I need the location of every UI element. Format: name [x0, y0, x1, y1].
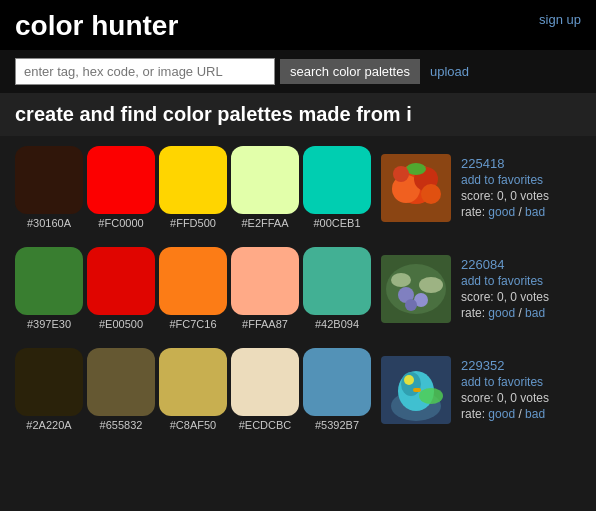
add-to-favorites-link[interactable]: add to favorites [461, 375, 551, 389]
swatch-label: #FC0000 [98, 217, 143, 229]
score-text: score: 0, 0 votes [461, 290, 551, 304]
add-to-favorites-link[interactable]: add to favorites [461, 173, 551, 187]
color-swatch[interactable] [159, 247, 227, 315]
swatch-label: #2A220A [26, 419, 71, 431]
palette-id-link[interactable]: 226084 [461, 257, 551, 272]
swatch-wrap: #ECDCBC [231, 348, 299, 431]
svg-point-19 [419, 388, 443, 404]
swatch-label: #5392B7 [315, 419, 359, 431]
upload-link[interactable]: upload [430, 64, 469, 79]
rate-row: rate: good / bad [461, 306, 551, 320]
svg-point-12 [419, 277, 443, 293]
swatch-wrap: #FFAA87 [231, 247, 299, 330]
sign-in-link[interactable]: sign up [539, 12, 581, 27]
swatch-label: #42B094 [315, 318, 359, 330]
palette-thumbnail[interactable] [381, 154, 451, 222]
color-swatch[interactable] [231, 247, 299, 315]
header: color hunter sign up [0, 0, 596, 50]
swatch-label: #C8AF50 [170, 419, 216, 431]
palette-info: 225418add to favoritesscore: 0, 0 votesr… [461, 156, 551, 219]
color-swatch[interactable] [231, 146, 299, 214]
good-link[interactable]: good [488, 306, 515, 320]
svg-point-13 [391, 273, 411, 287]
color-swatch[interactable] [303, 348, 371, 416]
bad-link[interactable]: bad [525, 306, 545, 320]
palette-id-link[interactable]: 229352 [461, 358, 551, 373]
palettes-container: #30160A#FC0000#FFD500#E2FFAA#00CEB1 2254… [0, 136, 596, 459]
swatch-label: #FFAA87 [242, 318, 288, 330]
swatch-label: #655832 [100, 419, 143, 431]
swatches: #30160A#FC0000#FFD500#E2FFAA#00CEB1 [15, 146, 371, 229]
logo: color hunter [15, 10, 178, 42]
rate-row: rate: good / bad [461, 407, 551, 421]
tagline: create and find color palettes made from… [0, 93, 596, 136]
swatch-label: #ECDCBC [239, 419, 292, 431]
palette-info: 226084add to favoritesscore: 0, 0 votesr… [461, 257, 551, 320]
color-swatch[interactable] [159, 348, 227, 416]
color-swatch[interactable] [159, 146, 227, 214]
swatches: #397E30#E00500#FC7C16#FFAA87#42B094 [15, 247, 371, 330]
swatch-wrap: #FC0000 [87, 146, 155, 229]
bad-link[interactable]: bad [525, 407, 545, 421]
color-swatch[interactable] [15, 247, 83, 315]
palette-thumbnail[interactable] [381, 356, 451, 424]
rate-row: rate: good / bad [461, 205, 551, 219]
palette-row: #397E30#E00500#FC7C16#FFAA87#42B094 2260… [15, 247, 581, 330]
swatch-label: #30160A [27, 217, 71, 229]
swatch-label: #397E30 [27, 318, 71, 330]
palette-id-link[interactable]: 225418 [461, 156, 551, 171]
swatch-wrap: #00CEB1 [303, 146, 371, 229]
svg-point-5 [393, 166, 409, 182]
swatch-label: #00CEB1 [313, 217, 360, 229]
svg-point-18 [404, 375, 414, 385]
score-text: score: 0, 0 votes [461, 189, 551, 203]
search-bar: search color palettes upload [0, 50, 596, 93]
swatch-wrap: #42B094 [303, 247, 371, 330]
swatch-label: #E2FFAA [241, 217, 288, 229]
color-swatch[interactable] [87, 247, 155, 315]
swatch-label: #E00500 [99, 318, 143, 330]
color-swatch[interactable] [87, 146, 155, 214]
add-to-favorites-link[interactable]: add to favorites [461, 274, 551, 288]
palette-info: 229352add to favoritesscore: 0, 0 votesr… [461, 358, 551, 421]
search-input[interactable] [15, 58, 275, 85]
palette-row: #30160A#FC0000#FFD500#E2FFAA#00CEB1 2254… [15, 146, 581, 229]
score-text: score: 0, 0 votes [461, 391, 551, 405]
swatch-wrap: #C8AF50 [159, 348, 227, 431]
swatch-wrap: #FC7C16 [159, 247, 227, 330]
svg-point-6 [421, 184, 441, 204]
good-link[interactable]: good [488, 407, 515, 421]
bad-link[interactable]: bad [525, 205, 545, 219]
swatches: #2A220A#655832#C8AF50#ECDCBC#5392B7 [15, 348, 371, 431]
color-swatch[interactable] [231, 348, 299, 416]
svg-rect-20 [413, 388, 421, 392]
swatch-wrap: #397E30 [15, 247, 83, 330]
search-button[interactable]: search color palettes [280, 59, 420, 84]
swatch-wrap: #FFD500 [159, 146, 227, 229]
swatch-wrap: #E00500 [87, 247, 155, 330]
color-swatch[interactable] [15, 146, 83, 214]
color-swatch[interactable] [87, 348, 155, 416]
swatch-wrap: #2A220A [15, 348, 83, 431]
swatch-wrap: #E2FFAA [231, 146, 299, 229]
swatch-wrap: #30160A [15, 146, 83, 229]
palette-thumbnail[interactable] [381, 255, 451, 323]
swatch-label: #FFD500 [170, 217, 216, 229]
swatch-wrap: #5392B7 [303, 348, 371, 431]
swatch-label: #FC7C16 [169, 318, 216, 330]
color-swatch[interactable] [303, 247, 371, 315]
palette-row: #2A220A#655832#C8AF50#ECDCBC#5392B7 2293… [15, 348, 581, 431]
good-link[interactable]: good [488, 205, 515, 219]
color-swatch[interactable] [303, 146, 371, 214]
svg-point-4 [406, 163, 426, 175]
color-swatch[interactable] [15, 348, 83, 416]
swatch-wrap: #655832 [87, 348, 155, 431]
svg-point-11 [405, 299, 417, 311]
